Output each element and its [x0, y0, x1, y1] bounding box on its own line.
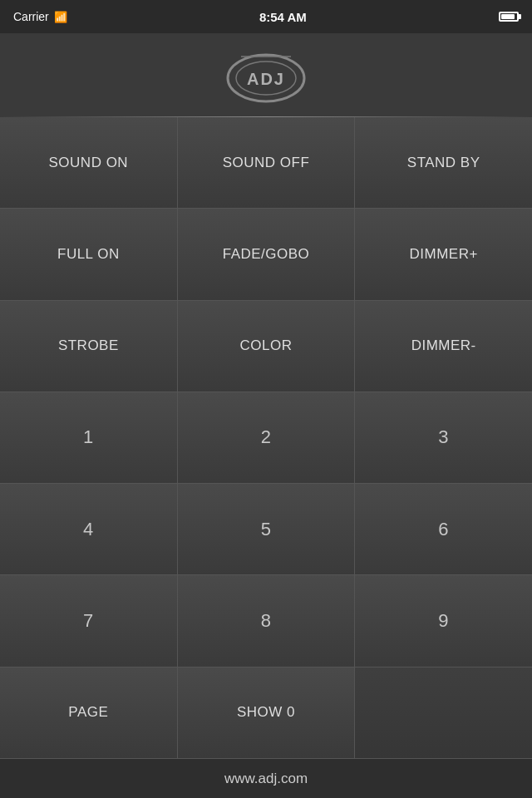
footer: www.adj.com [0, 758, 532, 798]
carrier-label: Carrier [13, 10, 49, 23]
status-time: 8:54 AM [259, 10, 307, 24]
button-color[interactable]: COLOR [178, 301, 356, 392]
wifi-icon: 📶 [54, 11, 67, 23]
button-num-7[interactable]: 7 [0, 575, 178, 666]
status-left: Carrier 📶 [13, 10, 67, 23]
button-stand-by[interactable]: STAND BY [355, 117, 532, 208]
button-strobe[interactable]: STROBE [0, 301, 178, 392]
button-show-0[interactable]: SHOW 0 [178, 667, 356, 758]
button-num-8[interactable]: 8 [178, 575, 356, 666]
button-full-on[interactable]: FULL ON [0, 209, 178, 299]
logo-area: ADJ [0, 33, 532, 116]
button-empty-last [355, 667, 532, 758]
grid-row-2: STROBECOLORDIMMER- [0, 300, 532, 392]
status-bar: Carrier 📶 8:54 AM [0, 0, 532, 33]
button-sound-off[interactable]: SOUND OFF [178, 117, 356, 208]
button-num-4[interactable]: 4 [0, 484, 178, 574]
footer-url: www.adj.com [224, 771, 308, 787]
button-dimmer-minus[interactable]: DIMMER- [355, 301, 532, 392]
button-fade-gobo[interactable]: FADE/GOBO [178, 209, 356, 299]
adj-logo: ADJ [224, 47, 308, 105]
button-grid: SOUND ONSOUND OFFSTAND BYFULL ONFADE/GOB… [0, 117, 532, 758]
button-num-6[interactable]: 6 [355, 484, 532, 574]
battery-icon [499, 12, 519, 22]
button-num-2[interactable]: 2 [178, 392, 356, 483]
button-sound-on[interactable]: SOUND ON [0, 117, 178, 208]
grid-row-3: 123 [0, 392, 532, 483]
svg-text:ADJ: ADJ [247, 70, 285, 88]
button-num-3[interactable]: 3 [355, 392, 532, 483]
grid-row-1: FULL ONFADE/GOBODIMMER+ [0, 208, 532, 299]
grid-row-5: 789 [0, 574, 532, 666]
grid-row-4: 456 [0, 483, 532, 574]
button-page[interactable]: PAGE [0, 667, 178, 758]
button-num-1[interactable]: 1 [0, 392, 178, 483]
button-num-5[interactable]: 5 [178, 484, 356, 574]
grid-row-6: PAGESHOW 0 [0, 667, 532, 758]
status-right [499, 12, 519, 22]
button-num-9[interactable]: 9 [355, 575, 532, 666]
grid-row-0: SOUND ONSOUND OFFSTAND BY [0, 117, 532, 208]
button-dimmer-plus[interactable]: DIMMER+ [355, 209, 532, 299]
